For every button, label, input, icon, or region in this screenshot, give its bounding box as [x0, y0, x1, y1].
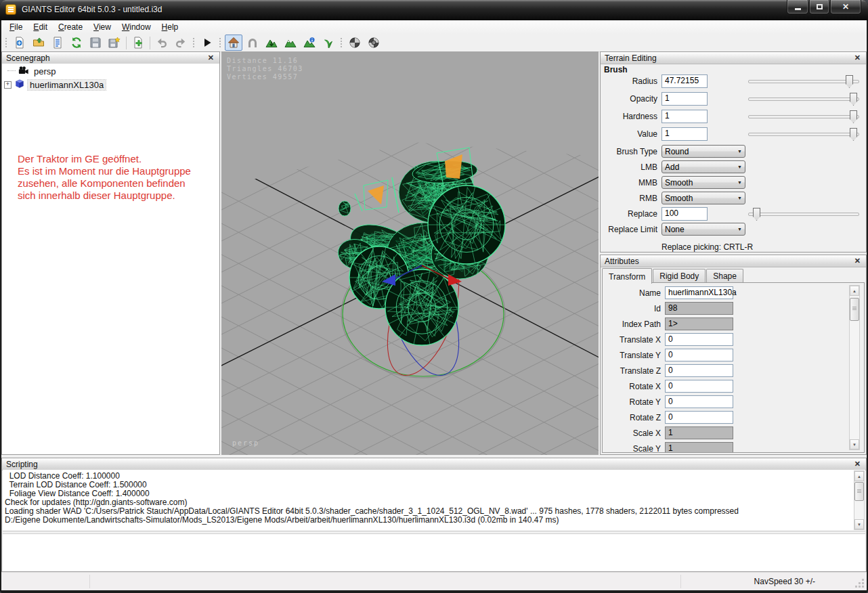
attributes-close-icon[interactable]: ✕ [853, 257, 862, 265]
scripting-scrollbar[interactable]: ▲ ▼ [854, 470, 865, 530]
lmb-select[interactable]: Add▼ [661, 160, 745, 173]
snap-button[interactable] [244, 35, 261, 51]
radius-row: Radius47.72155 [601, 74, 866, 92]
field-label: RMB [601, 194, 657, 203]
redo-button[interactable] [172, 35, 190, 51]
scroll-up-icon[interactable]: ▲ [854, 471, 864, 481]
opacity-input[interactable]: 1 [661, 92, 708, 106]
scene-info-button[interactable] [49, 35, 66, 51]
attributes-scrollbar-thumb[interactable] [850, 298, 859, 321]
toolbar-separator [126, 37, 127, 49]
statusbar-divider [89, 575, 90, 588]
terrain-sculpt-button[interactable] [263, 35, 280, 51]
rmb-select[interactable]: Smooth▼ [661, 192, 745, 204]
render-quality-button[interactable] [365, 35, 383, 51]
tab-transform[interactable]: Transform [602, 268, 652, 284]
menu-item-window[interactable]: Window [116, 21, 156, 33]
replace-input[interactable]: 100 [661, 207, 708, 221]
attributes-title: Attributes [605, 257, 853, 266]
menu-item-file[interactable]: File [4, 21, 28, 33]
reload-button[interactable] [68, 35, 85, 51]
import-button[interactable] [129, 35, 147, 51]
resize-grip[interactable] [855, 579, 864, 588]
translate-x-field[interactable]: 0 [665, 333, 733, 346]
select-value: Smooth [665, 178, 737, 188]
play-button[interactable] [198, 35, 216, 51]
replace-limit-row: Replace LimitNone▼ [601, 223, 866, 240]
terrain-editing-panel: Terrain Editing ✕ Brush Radius47.72155Op… [600, 51, 867, 252]
terrain-editing-close-icon[interactable]: ✕ [853, 54, 862, 62]
close-button[interactable]: ✕ [830, 0, 861, 14]
scripting-log[interactable]: LOD Distance Coeff: 1.100000 Terrain LOD… [3, 470, 865, 531]
terrain-sculpt-icon [265, 37, 278, 49]
foliage-button[interactable] [320, 35, 337, 51]
undo-button[interactable] [153, 35, 171, 51]
frame-selection-button[interactable] [225, 35, 242, 51]
scripting-close-icon[interactable]: ✕ [853, 460, 862, 468]
menu-item-view[interactable]: View [88, 21, 116, 33]
replace-slider-thumb[interactable] [753, 208, 760, 221]
terrain-smooth-button[interactable] [282, 35, 299, 51]
rotate-y-field[interactable]: 0 [665, 395, 733, 408]
field-label: Translate X [603, 335, 661, 345]
new-scene-button[interactable] [11, 35, 28, 51]
open-file-button[interactable] [30, 35, 47, 51]
scroll-down-icon[interactable]: ▼ [850, 439, 859, 449]
replace-picking-note: Replace picking: CRTL-R [601, 240, 866, 252]
radius-slider-thumb[interactable] [846, 75, 853, 88]
field-label: Index Path [603, 320, 661, 329]
hardness-input[interactable]: 1 [661, 110, 708, 123]
attributes-scrollbar[interactable]: ▲ ▼ [849, 285, 860, 450]
translate-z-field[interactable]: 0 [665, 364, 733, 377]
opacity-slider-thumb[interactable] [850, 93, 857, 106]
value-slider-thumb[interactable] [850, 128, 857, 141]
hardness-slider-thumb[interactable] [850, 110, 857, 123]
rotate-x-field[interactable]: 0 [665, 380, 733, 393]
redo-icon [175, 37, 187, 49]
viewport-canvas[interactable]: Distance 11.16Triangles 46703Vertices 49… [221, 51, 599, 455]
scroll-down-icon[interactable]: ▼ [854, 519, 864, 529]
menu-item-edit[interactable]: Edit [28, 21, 53, 33]
brush-type-select[interactable]: Round▼ [661, 145, 745, 158]
scenegraph-panel: Scenegraph ✕ persp+huerlimannXL130a Der … [1, 51, 220, 455]
save-button[interactable] [87, 35, 104, 51]
viewport-stat-line: Vertices 49557 [227, 73, 303, 81]
hardness-slider[interactable] [748, 115, 859, 118]
chevron-down-icon: ▼ [737, 164, 742, 169]
tab-shape[interactable]: Shape [706, 269, 743, 283]
name-row: NamehuerlimannXL130a [603, 286, 864, 301]
tree-expander[interactable]: + [4, 81, 12, 89]
menu-item-create[interactable]: Create [53, 21, 88, 33]
field-label: Replace Limit [601, 225, 657, 234]
render-settings-button[interactable] [346, 35, 364, 51]
nav-speed-label: NavSpeed 30 +/- [754, 577, 815, 586]
mmb-select[interactable]: Smooth▼ [661, 176, 745, 189]
scroll-up-icon[interactable]: ▲ [850, 286, 859, 296]
value-slider[interactable] [748, 133, 859, 136]
script-input[interactable] [3, 533, 865, 571]
replace-slider[interactable] [748, 213, 859, 216]
scenegraph-tree[interactable]: persp+huerlimannXL130a Der Traktor im GE… [2, 64, 219, 454]
opacity-slider[interactable] [748, 97, 859, 101]
scripting-scrollbar-thumb[interactable] [854, 482, 864, 501]
translate-y-field[interactable]: 0 [665, 349, 733, 361]
snap-icon [246, 37, 259, 49]
rotate-z-field[interactable]: 0 [665, 411, 733, 424]
radius-slider[interactable] [748, 80, 859, 83]
terrain-editing-title: Terrain Editing [605, 53, 853, 63]
window-title: GIANTS Editor 64bit 5.0.3 - untitled.i3d [22, 5, 162, 14]
menu-item-help[interactable]: Help [156, 21, 184, 33]
replace-row: Replace100 [601, 207, 866, 223]
minimize-button[interactable] [787, 0, 808, 14]
radius-input[interactable]: 47.72155 [661, 74, 708, 88]
save-as-button[interactable] [106, 35, 123, 51]
terrain-paint-button[interactable] [301, 35, 318, 51]
tab-rigid-body[interactable]: Rigid Body [653, 269, 706, 283]
scenegraph-item-persp[interactable]: persp [2, 65, 219, 77]
value-input[interactable]: 1 [661, 127, 708, 141]
scenegraph-close-icon[interactable]: ✕ [207, 54, 215, 62]
scenegraph-item-huerlimannxl130a[interactable]: +huerlimannXL130a [2, 79, 219, 91]
replace-limit-select[interactable]: None▼ [661, 223, 745, 236]
maximize-button[interactable] [809, 0, 829, 14]
name-field[interactable]: huerlimannXL130a [665, 286, 733, 299]
